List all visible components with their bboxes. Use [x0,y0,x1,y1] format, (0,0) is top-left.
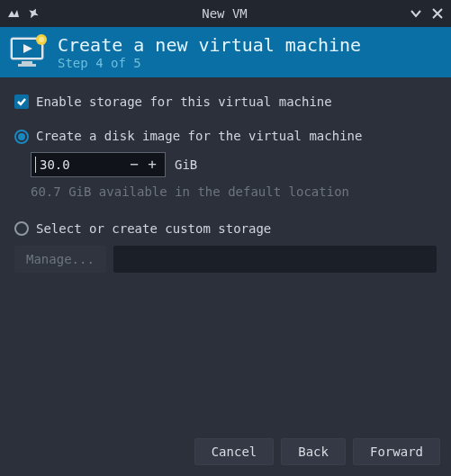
wizard-footer: Cancel Back Forward [0,427,451,476]
create-image-label[interactable]: Create a disk image for the virtual mach… [36,126,362,146]
app-menu-icon[interactable] [7,7,20,20]
disk-size-value[interactable]: 30.0 [38,157,125,172]
forward-button[interactable]: Forward [353,438,440,465]
titlebar-left [7,7,40,20]
vm-icon [9,34,49,70]
available-hint: 60.7 GiB available in the default locati… [31,184,437,199]
page-title: Create a new virtual machine [58,35,361,56]
disk-size-row: 30.0 − + GiB [31,152,437,177]
window-title: New VM [40,6,410,21]
size-increment-button[interactable]: + [143,153,161,176]
wizard-body: Enable storage for this virtual machine … [0,77,451,273]
size-decrement-button[interactable]: − [125,153,143,176]
create-image-radio[interactable] [14,130,29,144]
minimize-icon[interactable] [410,7,422,20]
titlebar-right [410,7,444,20]
manage-button: Manage... [14,246,106,273]
cancel-button[interactable]: Cancel [194,438,275,465]
close-icon[interactable] [431,7,444,20]
create-image-block: Create a disk image for the virtual mach… [14,126,437,198]
enable-storage-row: Enable storage for this virtual machine [14,92,437,112]
create-image-row: Create a disk image for the virtual mach… [14,126,437,146]
svg-rect-3 [22,61,32,64]
custom-storage-input-row: Manage... [14,246,437,273]
svg-rect-4 [18,64,36,67]
custom-storage-radio[interactable] [14,221,29,236]
title-bar: New VM [0,0,451,27]
wizard-header: Create a new virtual machine Step 4 of 5 [0,27,451,77]
svg-point-6 [39,37,44,42]
custom-storage-block: Select or create custom storage Manage..… [14,219,437,273]
enable-storage-label[interactable]: Enable storage for this virtual machine [36,92,332,112]
custom-storage-label[interactable]: Select or create custom storage [36,219,271,238]
custom-storage-row: Select or create custom storage [14,219,437,238]
custom-storage-path-input [113,246,437,273]
disk-size-spinner[interactable]: 30.0 − + [31,152,166,177]
back-button[interactable]: Back [281,438,346,465]
pin-icon[interactable] [27,7,40,20]
disk-size-unit: GiB [175,157,197,172]
step-label: Step 4 of 5 [58,56,361,70]
enable-storage-checkbox[interactable] [14,94,29,109]
header-text: Create a new virtual machine Step 4 of 5 [58,35,361,70]
text-cursor [35,157,36,173]
